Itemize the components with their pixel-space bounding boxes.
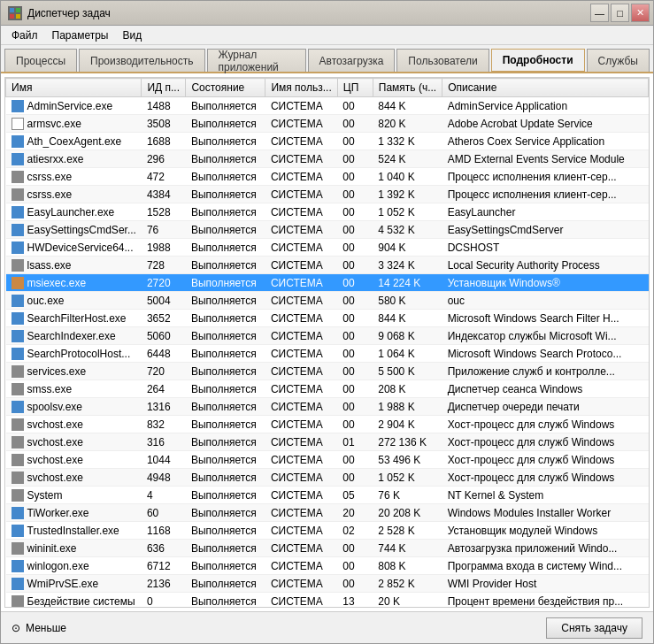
- cell-name: lsass.exe: [6, 257, 142, 274]
- table-row[interactable]: svchost.exe 4948 Выполняется СИСТЕМА 00 …: [6, 469, 649, 487]
- cell-cpu: 00: [337, 203, 373, 221]
- cell-status: Выполняется: [186, 451, 265, 469]
- table-row[interactable]: SearchProtocolHost... 6448 Выполняется С…: [6, 345, 649, 363]
- tab-services[interactable]: Службы: [587, 49, 650, 72]
- svg-rect-2: [10, 14, 14, 19]
- table-row[interactable]: csrss.exe 4384 Выполняется СИСТЕМА 00 1 …: [6, 186, 649, 203]
- table-row[interactable]: EasySettingsCmdSer... 76 Выполняется СИС…: [6, 221, 649, 239]
- cell-name: spoolsv.exe: [6, 398, 142, 416]
- table-row[interactable]: EasyLauncher.exe 1528 Выполняется СИСТЕМ…: [6, 203, 649, 221]
- process-icon: [12, 472, 24, 484]
- col-header-pid[interactable]: ИД п...: [142, 79, 186, 97]
- cell-status: Выполняется: [186, 593, 265, 609]
- cell-name: AdminService.exe: [6, 97, 142, 115]
- cell-mem: 2 528 K: [373, 522, 442, 540]
- cell-mem: 53 496 K: [373, 451, 442, 469]
- cell-status: Выполняется: [186, 203, 265, 221]
- cell-name: wininit.exe: [6, 540, 142, 557]
- tab-processes[interactable]: Процессы: [4, 49, 77, 72]
- table-row[interactable]: armsvc.exe 3508 Выполняется СИСТЕМА 00 8…: [6, 115, 649, 133]
- menu-view[interactable]: Вид: [115, 26, 149, 45]
- table-row[interactable]: TrustedInstaller.exe 1168 Выполняется СИ…: [6, 522, 649, 540]
- cell-name: svchost.exe: [6, 451, 142, 469]
- col-header-desc[interactable]: Описание: [442, 79, 649, 97]
- cell-mem: 1 064 K: [373, 345, 442, 363]
- cell-pid: 832: [142, 416, 186, 433]
- minimize-button[interactable]: —: [590, 4, 609, 22]
- table-row[interactable]: services.exe 720 Выполняется СИСТЕМА 00 …: [6, 363, 649, 380]
- table-row[interactable]: SearchIndexer.exe 5060 Выполняется СИСТЕ…: [6, 327, 649, 345]
- footer: ⊙ Меньше Снять задачу: [1, 611, 653, 643]
- cell-cpu: 00: [337, 150, 373, 168]
- cell-user: СИСТЕМА: [265, 150, 337, 168]
- table-row[interactable]: svchost.exe 316 Выполняется СИСТЕМА 01 2…: [6, 433, 649, 451]
- table-row[interactable]: System 4 Выполняется СИСТЕМА 05 76 K NT …: [6, 487, 649, 504]
- cell-pid: 2136: [142, 575, 186, 593]
- table-row[interactable]: HWDeviceService64... 1988 Выполняется СИ…: [6, 239, 649, 257]
- process-table-container[interactable]: Имя ИД п... Состояние Имя польз... ЦП Па…: [4, 77, 650, 608]
- table-row[interactable]: csrss.exe 472 Выполняется СИСТЕМА 00 1 0…: [6, 168, 649, 186]
- table-row[interactable]: WmiPrvSE.exe 2136 Выполняется СИСТЕМА 00…: [6, 575, 649, 593]
- cell-user: СИСТЕМА: [265, 380, 337, 398]
- cell-name: smss.exe: [6, 380, 142, 398]
- process-icon: [12, 171, 24, 183]
- cell-name: Бездействие системы: [6, 593, 142, 609]
- process-icon: [12, 259, 24, 272]
- end-task-button[interactable]: Снять задачу: [546, 617, 642, 639]
- process-name: csrss.exe: [27, 171, 73, 183]
- cell-cpu: 00: [337, 380, 373, 398]
- table-row[interactable]: svchost.exe 832 Выполняется СИСТЕМА 00 2…: [6, 416, 649, 433]
- table-row[interactable]: smss.exe 264 Выполняется СИСТЕМА 00 208 …: [6, 380, 649, 398]
- table-row[interactable]: SearchFilterHost.exe 3652 Выполняется СИ…: [6, 310, 649, 327]
- cell-name: msiexec.exe: [6, 274, 142, 292]
- table-body: AdminService.exe 1488 Выполняется СИСТЕМ…: [6, 97, 649, 609]
- table-row[interactable]: winlogon.exe 6712 Выполняется СИСТЕМА 00…: [6, 557, 649, 575]
- col-header-status[interactable]: Состояние: [186, 79, 265, 97]
- table-row[interactable]: atiesrxx.exe 296 Выполняется СИСТЕМА 00 …: [6, 150, 649, 168]
- table-row[interactable]: spoolsv.exe 1316 Выполняется СИСТЕМА 00 …: [6, 398, 649, 416]
- cell-desc: EasyLauncher: [442, 203, 649, 221]
- table-row[interactable]: TiWorker.exe 60 Выполняется СИСТЕМА 20 2…: [6, 504, 649, 522]
- cell-mem: 524 K: [373, 150, 442, 168]
- col-header-mem[interactable]: Память (ч...: [373, 79, 442, 97]
- table-row[interactable]: Бездействие системы 0 Выполняется СИСТЕМ…: [6, 593, 649, 609]
- table-row[interactable]: AdminService.exe 1488 Выполняется СИСТЕМ…: [6, 97, 649, 115]
- tab-users[interactable]: Пользователи: [396, 49, 489, 72]
- process-icon: [12, 418, 24, 431]
- cell-name: TrustedInstaller.exe: [6, 522, 142, 540]
- cell-pid: 76: [142, 221, 186, 239]
- cell-cpu: 00: [337, 115, 373, 133]
- table-row[interactable]: ouc.exe 5004 Выполняется СИСТЕМА 00 580 …: [6, 292, 649, 310]
- cell-mem: 580 K: [373, 292, 442, 310]
- table-row[interactable]: Ath_CoexAgent.exe 1688 Выполняется СИСТЕ…: [6, 133, 649, 150]
- process-name: services.exe: [27, 365, 87, 378]
- cell-mem: 808 K: [373, 557, 442, 575]
- cell-desc: Программа входа в систему Wind...: [442, 557, 649, 575]
- col-header-name[interactable]: Имя: [6, 79, 142, 97]
- table-row[interactable]: wininit.exe 636 Выполняется СИСТЕМА 00 7…: [6, 540, 649, 557]
- collapse-button[interactable]: ⊙ Меньше: [12, 622, 66, 634]
- tab-performance[interactable]: Производительность: [79, 49, 204, 72]
- table-row[interactable]: svchost.exe 1044 Выполняется СИСТЕМА 00 …: [6, 451, 649, 469]
- table-row[interactable]: lsass.exe 728 Выполняется СИСТЕМА 00 3 3…: [6, 257, 649, 274]
- maximize-button[interactable]: □: [611, 4, 629, 22]
- cell-status: Выполняется: [186, 487, 265, 504]
- tab-app-history[interactable]: Журнал приложений: [207, 49, 306, 72]
- cell-cpu: 20: [337, 504, 373, 522]
- cell-pid: 3508: [142, 115, 186, 133]
- menu-options[interactable]: Параметры: [45, 26, 116, 45]
- cell-user: СИСТЕМА: [265, 433, 337, 451]
- close-button[interactable]: ✕: [631, 4, 650, 22]
- col-header-user[interactable]: Имя польз...: [265, 79, 337, 97]
- process-icon: [12, 242, 24, 254]
- table-row[interactable]: msiexec.exe 2720 Выполняется СИСТЕМА 00 …: [6, 274, 649, 292]
- cell-mem: 1 052 K: [373, 469, 442, 487]
- col-header-cpu[interactable]: ЦП: [337, 79, 373, 97]
- tab-details[interactable]: Подробности: [491, 49, 585, 72]
- menu-file[interactable]: Файл: [4, 26, 45, 45]
- tab-startup[interactable]: Автозагрузка: [308, 49, 396, 72]
- app-icon: [8, 6, 22, 20]
- cell-user: СИСТЕМА: [265, 203, 337, 221]
- cell-user: СИСТЕМА: [265, 345, 337, 363]
- cell-desc: Индексатор службы Microsoft Wi...: [442, 327, 649, 345]
